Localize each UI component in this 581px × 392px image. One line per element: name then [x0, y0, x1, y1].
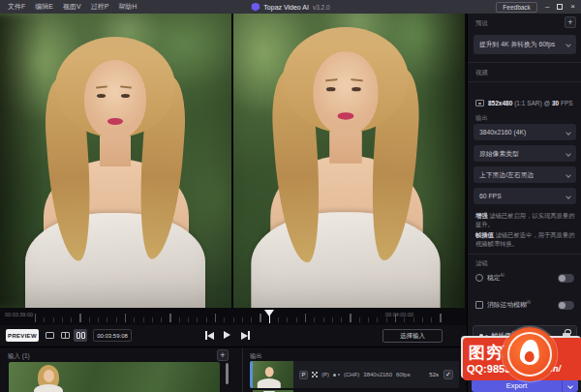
- side-by-side-icon: [76, 332, 85, 339]
- chevron-down-icon: [566, 194, 571, 199]
- chevron-down-icon: [566, 42, 571, 47]
- split-view-icon: [61, 332, 70, 339]
- output-selected-checkbox[interactable]: ✓: [443, 370, 453, 379]
- play-button[interactable]: [224, 331, 230, 339]
- preview-button[interactable]: PREVIEW: [6, 329, 39, 342]
- motion-deblur-icon: [475, 301, 483, 309]
- add-input-button[interactable]: +: [217, 349, 229, 361]
- input-clip-thumbnail[interactable]: [9, 362, 220, 392]
- enhancement-note: 增强 滤镜已被启用，以实现高质量的提升。: [475, 211, 576, 228]
- proteus-badge: P: [299, 371, 308, 379]
- video-preview-original[interactable]: [0, 14, 231, 308]
- original-frame: [0, 14, 231, 308]
- menu-view[interactable]: 视图V: [63, 2, 81, 12]
- interpolation-icon: [333, 374, 340, 377]
- stabilize-icon: [475, 274, 483, 282]
- interpolation-note: 帧插值 滤镜已被选中，用于高质量的视频帧率转换。: [475, 230, 576, 248]
- timeline-end-time: 00:04:00:00: [385, 312, 413, 317]
- filters-section-label: 滤镜: [475, 259, 488, 268]
- add-preset-button[interactable]: +: [565, 16, 576, 28]
- frame-forward-button[interactable]: [241, 331, 250, 340]
- estimated-duration: 52s: [429, 372, 439, 377]
- topaz-video-ai-window: 文件F 编辑E 视图V 过程P 帮助H Topaz Video AI v3.2.…: [0, 0, 581, 392]
- menu-file[interactable]: 文件F: [8, 2, 25, 12]
- framerate-dropdown[interactable]: 60 FPS: [474, 188, 576, 204]
- timeline-ruler[interactable]: [35, 310, 442, 322]
- motion-deblur-row: 消除运动模糊AI: [475, 300, 574, 310]
- output-queue-row[interactable]: P (P) (CHF) 3840x2160 60fps 52s ✓: [250, 361, 459, 388]
- flame-icon: [519, 339, 539, 365]
- preset-dropdown[interactable]: 提升到 4K 并转换为 60fps: [474, 35, 576, 54]
- resolution-dropdown[interactable]: 3840x2160 (4K): [474, 124, 576, 140]
- video-section-label: 视频: [475, 69, 488, 77]
- topaz-logo-icon: [251, 3, 260, 12]
- chevron-down-icon: [566, 130, 571, 136]
- feedback-button[interactable]: Feedback: [496, 2, 537, 13]
- close-icon[interactable]: ×: [570, 3, 575, 11]
- view-single-button[interactable]: [43, 329, 56, 342]
- timeline-start-time: 00:03:39:00: [5, 312, 33, 317]
- video-comparison-view: [0, 14, 467, 308]
- menu-edit[interactable]: 编辑E: [35, 2, 53, 12]
- pixel-type-dropdown[interactable]: 原始像素类型: [474, 145, 576, 162]
- preset-section-label: 预设: [475, 19, 488, 28]
- video-preview-enhanced[interactable]: [233, 14, 465, 308]
- single-view-icon: [46, 332, 54, 339]
- output-section-label: 输出: [475, 114, 488, 123]
- titlebar: 文件F 编辑E 视图V 过程P 帮助H Topaz Video AI v3.2.…: [0, 0, 581, 14]
- menu-help[interactable]: 帮助H: [118, 2, 137, 12]
- window-title: Topaz Video AI v3.2.0: [251, 3, 329, 12]
- crop-mode-dropdown[interactable]: 上下黑边/左右黑边: [474, 166, 576, 183]
- view-side-by-side-button[interactable]: [74, 329, 87, 342]
- output-list-label: 输出: [250, 352, 262, 361]
- watermark-overlay: 图穷联盟 QQ:985303259 cn/: [463, 338, 581, 380]
- flame-logo: [503, 327, 557, 381]
- maximize-icon[interactable]: [557, 4, 563, 10]
- input-list-scrollbar[interactable]: [226, 363, 229, 384]
- chevron-down-icon: [566, 172, 571, 178]
- output-settings-summary: P (P) (CHF) 3840x2160 60fps: [293, 371, 411, 379]
- timeline: 00:03:39:00 00:04:00:00: [0, 308, 467, 325]
- export-button[interactable]: Export: [472, 379, 578, 392]
- transport-bar: PREVIEW 00:03:59:08 选择输入: [0, 325, 467, 347]
- clips-panel: 输入 (1) + 输出 P (P): [0, 347, 467, 392]
- view-split-button[interactable]: [58, 329, 72, 342]
- enhanced-frame: [233, 14, 465, 308]
- stabilize-toggle[interactable]: [558, 274, 574, 283]
- app-version: v3.2.0: [313, 4, 330, 11]
- minimize-button[interactable]: –: [545, 3, 549, 11]
- app-name: Topaz Video AI: [263, 4, 309, 11]
- current-timecode-field[interactable]: 00:03:59:08: [93, 329, 132, 342]
- menubar: 文件F 编辑E 视图V 过程P 帮助H: [0, 2, 137, 12]
- frame-back-button[interactable]: [205, 331, 214, 340]
- output-thumbnail: [253, 361, 293, 388]
- enhancement-icon: [312, 372, 318, 377]
- stabilization-row: 稳定AI: [475, 273, 574, 283]
- chevron-down-icon: [566, 151, 571, 157]
- source-clip-icon: [475, 100, 484, 106]
- select-input-button[interactable]: 选择输入: [382, 329, 443, 343]
- export-options-chevron[interactable]: [563, 384, 578, 388]
- motion-deblur-toggle[interactable]: [558, 301, 574, 310]
- menu-process[interactable]: 过程P: [91, 2, 109, 12]
- source-info: 852x480 (1:1 SAR) @ 30 FPS: [475, 100, 573, 106]
- input-list-label: 输入 (1): [8, 352, 30, 361]
